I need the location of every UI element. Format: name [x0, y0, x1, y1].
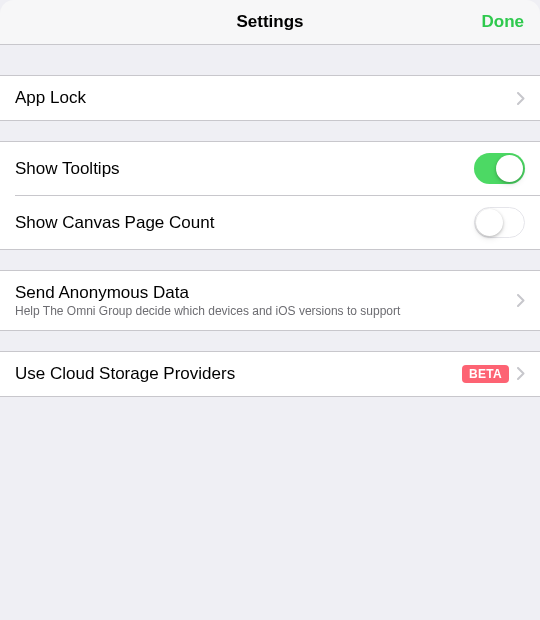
chevron-right-icon	[517, 92, 525, 105]
row-send-anonymous-data[interactable]: Send Anonymous Data Help The Omni Group …	[0, 271, 540, 330]
switch-knob	[496, 155, 523, 182]
row-content: Show Tooltips	[15, 158, 474, 179]
row-content: Use Cloud Storage Providers	[15, 363, 454, 384]
group-spacer	[0, 250, 540, 270]
group-app-lock: App Lock	[0, 75, 540, 121]
row-sublabel: Help The Omni Group decide which devices…	[15, 304, 509, 318]
row-show-canvas-page-count[interactable]: Show Canvas Page Count	[0, 196, 540, 249]
chevron-right-icon	[517, 367, 525, 380]
row-app-lock[interactable]: App Lock	[0, 76, 540, 120]
group-spacer	[0, 331, 540, 351]
group-display-options: Show Tooltips Show Canvas Page Count	[0, 141, 540, 250]
row-show-tooltips[interactable]: Show Tooltips	[0, 142, 540, 195]
page-title: Settings	[236, 12, 303, 32]
row-label: App Lock	[15, 87, 509, 108]
row-label: Show Tooltips	[15, 158, 474, 179]
chevron-right-icon	[517, 294, 525, 307]
settings-body: App Lock Show Tooltips Show Canvas Page …	[0, 45, 540, 397]
row-content: Send Anonymous Data Help The Omni Group …	[15, 282, 509, 319]
toggle-show-tooltips[interactable]	[474, 153, 525, 184]
group-cloud-storage: Use Cloud Storage Providers BETA	[0, 351, 540, 397]
row-label: Show Canvas Page Count	[15, 212, 474, 233]
row-content: App Lock	[15, 87, 509, 108]
row-content: Show Canvas Page Count	[15, 212, 474, 233]
toggle-show-canvas-page-count[interactable]	[474, 207, 525, 238]
beta-badge: BETA	[462, 365, 509, 383]
done-button[interactable]: Done	[482, 12, 525, 32]
group-anonymous-data: Send Anonymous Data Help The Omni Group …	[0, 270, 540, 331]
settings-header: Settings Done	[0, 0, 540, 45]
switch-knob	[476, 209, 503, 236]
row-cloud-storage-providers[interactable]: Use Cloud Storage Providers BETA	[0, 352, 540, 396]
group-spacer	[0, 121, 540, 141]
group-spacer	[0, 45, 540, 75]
row-label: Use Cloud Storage Providers	[15, 363, 454, 384]
row-label: Send Anonymous Data	[15, 282, 509, 303]
